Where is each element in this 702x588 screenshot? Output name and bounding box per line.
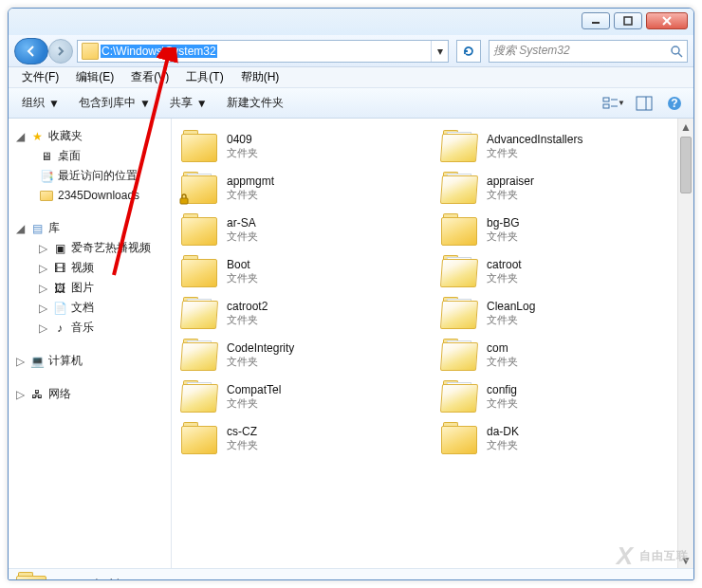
tree-lib-documents[interactable]: ▷📄文档 bbox=[12, 298, 167, 318]
file-name: CompatTel bbox=[227, 383, 281, 396]
nav-back-button[interactable] bbox=[14, 38, 48, 64]
folder-icon bbox=[181, 172, 219, 204]
video-icon: ▣ bbox=[52, 241, 67, 256]
menu-tools[interactable]: 工具(T) bbox=[178, 67, 231, 87]
folder-icon bbox=[181, 380, 219, 413]
file-item[interactable]: bg-BG文件夹 bbox=[437, 210, 688, 249]
file-type: 文件夹 bbox=[487, 146, 582, 160]
file-name: com bbox=[487, 341, 518, 355]
svg-point-4 bbox=[672, 46, 679, 54]
toolbar-organize[interactable]: 组织 ▼ bbox=[16, 92, 65, 114]
file-item[interactable]: com文件夹 bbox=[437, 335, 688, 375]
folder-icon bbox=[441, 422, 479, 454]
file-item[interactable]: appraiser文件夹 bbox=[437, 168, 688, 208]
address-dropdown-button[interactable]: ▾ bbox=[431, 41, 448, 62]
tree-lib-music[interactable]: ▷♪音乐 bbox=[12, 318, 167, 338]
status-count: 2,882 个对象 bbox=[60, 577, 125, 580]
folder-icon bbox=[181, 255, 219, 287]
view-options-button[interactable]: ▼ bbox=[602, 92, 625, 115]
file-item[interactable]: ar-SA文件夹 bbox=[177, 210, 428, 249]
search-icon bbox=[670, 45, 683, 58]
close-button[interactable] bbox=[646, 12, 688, 29]
preview-pane-button[interactable] bbox=[633, 92, 656, 115]
file-item[interactable]: CleanLog文件夹 bbox=[437, 293, 688, 333]
network-icon: 🖧 bbox=[29, 387, 45, 402]
file-item[interactable]: da-DK文件夹 bbox=[437, 418, 688, 458]
file-name: da-DK bbox=[487, 425, 519, 438]
search-box[interactable]: 搜索 System32 bbox=[489, 40, 688, 63]
tree-lib-pictures[interactable]: ▷🖼图片 bbox=[12, 278, 167, 298]
folder-icon bbox=[181, 422, 219, 454]
tree-recent[interactable]: 📑最近访问的位置 bbox=[12, 166, 167, 186]
file-name: appmgmt bbox=[227, 175, 274, 188]
svg-text:?: ? bbox=[671, 97, 677, 110]
chevron-down-icon: ▼ bbox=[196, 97, 208, 110]
file-name: CleanLog bbox=[487, 300, 535, 313]
tree-desktop[interactable]: 🖥桌面 bbox=[12, 146, 167, 166]
folder-icon bbox=[441, 380, 479, 413]
vertical-scrollbar[interactable]: ▲ ▼ bbox=[677, 119, 693, 568]
file-name: ar-SA bbox=[227, 216, 258, 230]
file-name: bg-BG bbox=[487, 216, 520, 230]
help-button[interactable]: ? bbox=[663, 92, 686, 115]
maximize-button[interactable] bbox=[614, 12, 642, 29]
file-item[interactable]: Boot文件夹 bbox=[177, 251, 428, 291]
titlebar bbox=[9, 9, 693, 35]
menu-view[interactable]: 查看(V) bbox=[123, 67, 176, 87]
navbar: C:\Windows\System32 ▾ 搜索 System32 bbox=[9, 35, 693, 67]
folder-icon bbox=[181, 213, 219, 246]
tree-favorites[interactable]: ◢★收藏夹 bbox=[12, 126, 167, 146]
file-item[interactable]: 0409文件夹 bbox=[177, 126, 428, 166]
tree-lib-videos[interactable]: ▷🎞视频 bbox=[12, 258, 167, 278]
file-type: 文件夹 bbox=[487, 188, 534, 202]
tree-libraries[interactable]: ◢▤库 bbox=[12, 218, 167, 238]
file-item[interactable]: cs-CZ文件夹 bbox=[177, 418, 428, 458]
scroll-thumb[interactable] bbox=[680, 137, 692, 193]
file-name: AdvancedInstallers bbox=[487, 133, 582, 146]
chevron-down-icon: ▼ bbox=[139, 97, 151, 110]
menu-help[interactable]: 帮助(H) bbox=[233, 67, 287, 87]
file-item[interactable]: appmgmt文件夹 bbox=[177, 168, 428, 208]
svg-rect-14 bbox=[180, 198, 188, 204]
scroll-up-button[interactable]: ▲ bbox=[678, 119, 693, 135]
toolbar: 组织 ▼ 包含到库中 ▼ 共享 ▼ 新建文件夹 ▼ ? bbox=[9, 88, 693, 119]
file-name: CodeIntegrity bbox=[227, 341, 294, 355]
file-item[interactable]: AdvancedInstallers文件夹 bbox=[437, 126, 688, 166]
folder-icon bbox=[181, 297, 219, 329]
star-icon: ★ bbox=[29, 129, 45, 144]
tree-downloads[interactable]: 2345Downloads bbox=[12, 186, 167, 205]
tree-network[interactable]: ▷🖧网络 bbox=[12, 384, 167, 404]
chevron-down-icon: ▼ bbox=[48, 97, 60, 110]
file-name: 0409 bbox=[227, 133, 258, 146]
toolbar-share[interactable]: 共享 ▼ bbox=[164, 92, 213, 114]
refresh-button[interactable] bbox=[456, 40, 481, 63]
tree-lib-iqiyi[interactable]: ▷▣爱奇艺热播视频 bbox=[12, 238, 167, 258]
folder-icon bbox=[16, 572, 48, 581]
svg-line-5 bbox=[678, 53, 682, 57]
file-item[interactable]: catroot2文件夹 bbox=[177, 293, 428, 333]
file-item[interactable]: CompatTel文件夹 bbox=[177, 377, 428, 416]
library-icon: ▤ bbox=[29, 221, 45, 236]
file-list: 0409文件夹AdvancedInstallers文件夹appmgmt文件夹ap… bbox=[172, 119, 693, 568]
computer-icon: 💻 bbox=[29, 354, 45, 369]
toolbar-new-folder[interactable]: 新建文件夹 bbox=[221, 92, 289, 114]
nav-forward-button[interactable] bbox=[48, 39, 73, 64]
file-item[interactable]: config文件夹 bbox=[437, 377, 688, 416]
tree-computer[interactable]: ▷💻计算机 bbox=[12, 351, 167, 371]
folder-icon bbox=[441, 130, 479, 162]
toolbar-include-in-library[interactable]: 包含到库中 ▼ bbox=[73, 92, 157, 114]
menu-edit[interactable]: 编辑(E) bbox=[68, 67, 121, 87]
address-input[interactable]: C:\Windows\System32 bbox=[101, 45, 431, 58]
menu-file[interactable]: 文件(F) bbox=[14, 67, 66, 87]
file-type: 文件夹 bbox=[487, 230, 520, 244]
file-item[interactable]: catroot文件夹 bbox=[437, 251, 688, 291]
desktop-icon: 🖥 bbox=[39, 149, 54, 164]
recent-icon: 📑 bbox=[39, 169, 54, 184]
folder-icon bbox=[441, 339, 479, 371]
file-item[interactable]: CodeIntegrity文件夹 bbox=[177, 335, 428, 375]
folder-icon bbox=[441, 172, 479, 204]
minimize-button[interactable] bbox=[582, 12, 610, 29]
folder-icon bbox=[40, 191, 53, 201]
nav-pane: ◢★收藏夹 🖥桌面 📑最近访问的位置 2345Downloads ◢▤库 ▷▣爱… bbox=[9, 119, 172, 568]
address-bar[interactable]: C:\Windows\System32 ▾ bbox=[77, 40, 449, 63]
